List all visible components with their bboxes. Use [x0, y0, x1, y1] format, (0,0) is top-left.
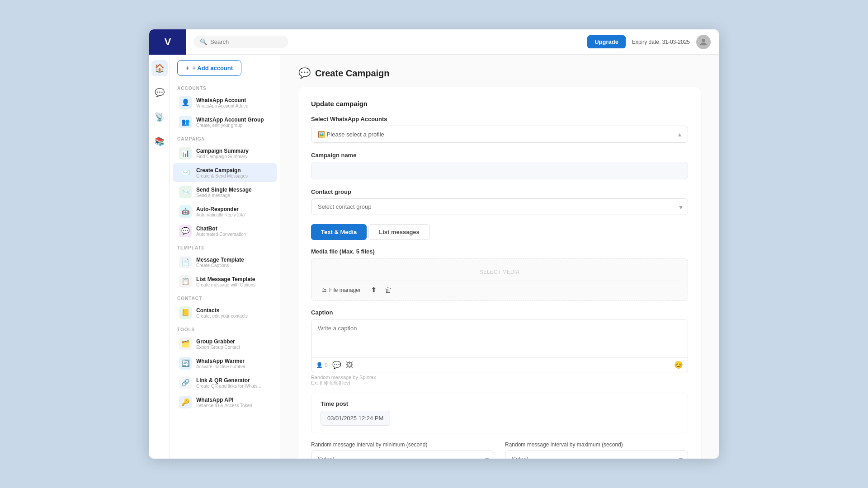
add-account-button[interactable]: + + Add account — [177, 60, 241, 76]
whatsapp-api-icon: 🔑 — [179, 396, 192, 408]
sidebar-item-message-template[interactable]: 📄 Message Template Create Captions — [173, 253, 277, 272]
contact-group-label: Contact group — [311, 188, 688, 195]
header-right: Upgrade Expiry date: 31-03-2025 — [587, 35, 711, 49]
campaign-summary-icon: 📊 — [179, 147, 192, 160]
contacts-icon: 📒 — [179, 306, 192, 319]
interval-max-select[interactable]: Select... — [505, 450, 688, 459]
page-header: 💬 Create Campaign — [298, 67, 701, 79]
template-section-title: TEMPLATE — [170, 241, 280, 252]
caption-char-count: 👤 0 — [316, 362, 328, 368]
caption-textarea[interactable] — [311, 319, 688, 356]
campaign-section-title: CAMPAIGN — [170, 132, 280, 143]
sidebar-item-create-campaign[interactable]: ✉️ Create Campaign Create & Send Message… — [173, 163, 277, 182]
spintax-example: Ex: {Hi|Hello|Hey} — [311, 380, 688, 385]
nav-library-button[interactable]: 📚 — [151, 133, 168, 150]
accounts-section-title: ACCOUNTS — [170, 81, 280, 93]
campaign-name-label: Campaign name — [311, 152, 688, 159]
message-icon[interactable]: 💬 — [332, 361, 341, 369]
media-file-section: Media file (Max. 5 files) SELECT MEDIA 🗂… — [311, 248, 688, 301]
interval-min-label: Random message interval by minimum (seco… — [311, 441, 494, 448]
file-manager-icon: 🗂 — [321, 287, 327, 293]
header: V 🔍 Upgrade Expiry date: 31-03-2025 — [149, 29, 719, 55]
sidebar-item-campaign-summary[interactable]: 📊 Campaign Summary Find Campaign Summary — [173, 144, 277, 163]
spintax-hint: Random message by Spintax — [311, 375, 688, 380]
contact-section-title: CONTACT — [170, 291, 280, 303]
sidebar-item-send-single-message[interactable]: 📨 Send Single Message Send a message — [173, 183, 277, 202]
interval-min-select[interactable]: Select... — [311, 450, 494, 459]
sidebar-item-list-message-template[interactable]: 📋 List Message Template Create message w… — [173, 272, 277, 291]
add-icon: + — [186, 65, 189, 71]
media-file-label: Media file (Max. 5 files) — [311, 248, 688, 255]
section-title: Update campaign — [311, 100, 688, 108]
logo-text: V — [165, 36, 171, 48]
time-post-label: Time post — [321, 400, 679, 407]
caption-section: Caption 👤 0 💬 🖼 — [311, 309, 688, 385]
sidebar-item-whatsapp-api[interactable]: 🔑 WhatsApp API Instance ID & Access Toke… — [173, 393, 277, 412]
left-sidebar: + + Add account ACCOUNTS 👤 WhatsApp Acco… — [170, 55, 280, 459]
whatsapp-account-group-icon: 👥 — [179, 116, 192, 128]
auto-responder-icon: 🤖 — [179, 205, 192, 218]
sidebar-item-contacts[interactable]: 📒 Contacts Create, edit your contacts — [173, 303, 277, 322]
contact-group-select[interactable]: Select contact group — [311, 198, 688, 215]
contact-group-form-group: Contact group Select contact group ▾ — [311, 188, 688, 215]
create-campaign-form: Update campaign Select WhatsApp Accounts… — [298, 87, 701, 459]
search-input[interactable] — [210, 38, 278, 45]
select-whatsapp-accounts-label: Select WhatsApp Accounts — [311, 116, 688, 122]
sidebar-item-whatsapp-account[interactable]: 👤 WhatsApp Account WhatsApp Account Adde… — [173, 93, 277, 112]
page-header-icon: 💬 — [298, 67, 311, 79]
upgrade-button[interactable]: Upgrade — [587, 35, 626, 48]
main-content: 💬 Create Campaign Update campaign Select… — [280, 55, 719, 459]
delete-icon[interactable]: 🗑 — [383, 284, 394, 296]
search-icon: 🔍 — [200, 38, 207, 45]
interval-max-group: Random message interval by maximum (seco… — [505, 441, 688, 459]
interval-max-label: Random message interval by maximum (seco… — [505, 441, 688, 448]
whatsapp-account-icon: 👤 — [179, 96, 192, 109]
interval-min-group: Random message interval by minimum (seco… — [311, 441, 494, 459]
nav-whatsapp-button[interactable]: 💬 — [151, 84, 168, 101]
avatar[interactable] — [696, 35, 711, 49]
sidebar-item-link-qr-generator[interactable]: 🔗 Link & QR Generator Create QR and link… — [173, 373, 277, 392]
svg-point-0 — [702, 38, 705, 42]
message-template-icon: 📄 — [179, 256, 192, 268]
caption-label: Caption — [311, 309, 688, 316]
media-drop-area: SELECT MEDIA 🗂 File manager ⬆ 🗑 — [311, 258, 688, 301]
image-icon[interactable]: 🖼 — [346, 361, 353, 369]
caption-textarea-wrapper: 👤 0 💬 🖼 😊 — [311, 319, 688, 372]
campaign-name-group: Campaign name — [311, 152, 688, 179]
sidebar-item-group-grabber[interactable]: 🗂️ Group Grabber Export Group Contact — [173, 334, 277, 353]
chatbot-icon: 💬 — [179, 225, 192, 237]
search-box: 🔍 — [193, 36, 288, 48]
sidebar-item-whatsapp-account-group[interactable]: 👥 WhatsApp Account Group Create, edit yo… — [173, 113, 277, 131]
tab-text-media[interactable]: Text & Media — [311, 224, 367, 240]
select-whatsapp-accounts-group: Select WhatsApp Accounts 🖼️ Please selec… — [311, 116, 688, 143]
sidebar-item-whatsapp-warmer[interactable]: 🔄 WhatsApp Warmer Activate inactive numb… — [173, 354, 277, 373]
sidebar-item-chatbot[interactable]: 💬 ChatBot Automated Conversation — [173, 221, 277, 240]
select-whatsapp-accounts-dropdown[interactable]: 🖼️ Please select a profile ▴ — [311, 126, 688, 143]
create-campaign-icon: ✉️ — [179, 166, 192, 179]
campaign-name-input[interactable] — [311, 162, 688, 179]
group-grabber-icon: 🗂️ — [179, 338, 192, 350]
chevron-up-icon: ▴ — [678, 131, 681, 138]
time-post-section: Time post 03/01/2025 12:24 PM — [311, 393, 688, 433]
nav-home-button[interactable]: 🏠 — [151, 60, 168, 76]
time-post-value[interactable]: 03/01/2025 12:24 PM — [321, 411, 390, 426]
link-qr-icon: 🔗 — [179, 376, 192, 389]
tools-section-title: TOOLS — [170, 323, 280, 334]
sidebar-item-auto-responder[interactable]: 🤖 Auto-Responder Automatically Reply 24/… — [173, 202, 277, 221]
send-single-message-icon: 📨 — [179, 186, 192, 198]
app-body: 🏠 💬 📡 📚 + + Add account ACCOUNTS 👤 Whats… — [149, 55, 719, 459]
logo-area: V — [149, 29, 186, 55]
nav-broadcast-button[interactable]: 📡 — [151, 109, 168, 125]
caption-toolbar: 👤 0 💬 🖼 😊 — [311, 357, 688, 372]
select-profile-placeholder: 🖼️ Please select a profile — [318, 131, 384, 138]
whatsapp-warmer-icon: 🔄 — [179, 357, 192, 370]
emoji-button[interactable]: 😊 — [674, 361, 683, 369]
select-media-text: SELECT MEDIA — [318, 269, 681, 275]
file-manager-button[interactable]: 🗂 File manager — [318, 285, 364, 295]
file-manager-label: File manager — [329, 287, 361, 293]
page-title: Create Campaign — [315, 68, 390, 79]
upload-icon[interactable]: ⬆ — [369, 284, 378, 296]
icon-sidebar: 🏠 💬 📡 📚 — [149, 55, 170, 459]
media-toolbar: 🗂 File manager ⬆ 🗑 — [318, 281, 681, 296]
tab-list-messages[interactable]: List messages — [368, 224, 430, 240]
